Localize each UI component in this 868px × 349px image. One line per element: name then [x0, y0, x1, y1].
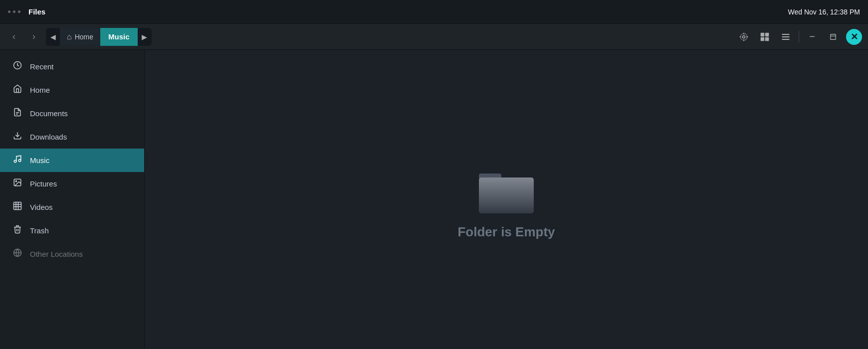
- recent-icon: [12, 61, 23, 72]
- titlebar-menu-dots[interactable]: [8, 10, 20, 13]
- svg-rect-6: [761, 32, 765, 36]
- breadcrumb-home-label: Home: [75, 33, 93, 41]
- sidebar: Recent Home Documents: [0, 50, 145, 349]
- breadcrumb-forward-button[interactable]: ▶: [138, 28, 152, 46]
- home-sidebar-icon: [12, 84, 23, 96]
- sidebar-label-documents: Documents: [30, 109, 68, 118]
- sidebar-label-trash: Trash: [30, 226, 49, 235]
- sidebar-item-videos[interactable]: Videos: [0, 195, 144, 219]
- breadcrumb: ◀ ⌂ Home Music ▶: [46, 28, 152, 46]
- close-button[interactable]: ✕: [846, 29, 862, 45]
- sidebar-label-downloads: Downloads: [30, 133, 67, 141]
- empty-folder-icon: [474, 160, 539, 214]
- grid-view-button[interactable]: [757, 29, 773, 45]
- list-icon: [781, 32, 791, 42]
- main-area: Recent Home Documents: [0, 50, 868, 349]
- sidebar-item-downloads[interactable]: Downloads: [0, 125, 144, 149]
- sidebar-label-other-locations: Other Locations: [30, 250, 83, 258]
- svg-rect-9: [765, 37, 769, 41]
- locate-button[interactable]: [736, 29, 752, 45]
- breadcrumb-active-label: Music: [108, 32, 130, 41]
- sidebar-label-pictures: Pictures: [30, 179, 57, 188]
- svg-rect-13: [831, 34, 836, 39]
- svg-point-0: [743, 35, 745, 38]
- sidebar-label-videos: Videos: [30, 203, 53, 211]
- sidebar-item-pictures[interactable]: Pictures: [0, 172, 144, 195]
- svg-point-19: [14, 160, 16, 163]
- content-area: Folder is Empty: [145, 50, 868, 349]
- home-icon: ⌂: [67, 32, 72, 41]
- sidebar-label-music: Music: [30, 156, 49, 165]
- breadcrumb-active-item[interactable]: Music: [100, 28, 138, 46]
- svg-point-22: [15, 180, 16, 181]
- titlebar-left: Files: [8, 7, 45, 16]
- breadcrumb-home[interactable]: ⌂ Home: [60, 28, 100, 46]
- svg-rect-7: [765, 32, 769, 36]
- pictures-icon: [12, 178, 23, 189]
- back-button[interactable]: ‹: [6, 29, 22, 45]
- svg-point-1: [740, 33, 747, 40]
- sidebar-label-recent: Recent: [30, 62, 54, 71]
- locate-icon: [739, 32, 749, 42]
- sidebar-item-music[interactable]: Music: [0, 149, 144, 172]
- sidebar-item-other-locations[interactable]: Other Locations: [0, 242, 144, 266]
- downloads-icon: [12, 131, 23, 143]
- svg-rect-33: [479, 177, 534, 213]
- documents-icon: [12, 108, 23, 119]
- clock: Wed Nov 16, 12:38 PM: [788, 8, 860, 16]
- svg-point-20: [18, 160, 21, 162]
- maximize-icon: [830, 33, 837, 40]
- music-icon: [12, 155, 23, 166]
- other-locations-icon: [12, 248, 23, 260]
- sidebar-item-recent[interactable]: Recent: [0, 55, 144, 78]
- videos-icon: [12, 201, 23, 213]
- svg-rect-8: [761, 37, 765, 41]
- sidebar-item-documents[interactable]: Documents: [0, 102, 144, 125]
- app-title: Files: [28, 7, 45, 16]
- breadcrumb-back-button[interactable]: ◀: [46, 28, 60, 46]
- maximize-button[interactable]: [825, 29, 841, 45]
- trash-icon: [12, 225, 23, 236]
- sidebar-label-home: Home: [30, 86, 50, 94]
- grid-icon: [760, 32, 770, 42]
- list-view-button[interactable]: [778, 29, 794, 45]
- sidebar-item-home[interactable]: Home: [0, 78, 144, 102]
- titlebar: Files Wed Nov 16, 12:38 PM: [0, 0, 868, 24]
- svg-rect-28: [16, 226, 19, 227]
- toolbar: ‹ › ◀ ⌂ Home Music ▶: [0, 24, 868, 50]
- minimize-button[interactable]: −: [804, 29, 820, 45]
- forward-button[interactable]: ›: [26, 29, 42, 45]
- sidebar-item-trash[interactable]: Trash: [0, 219, 144, 242]
- svg-rect-23: [14, 202, 21, 210]
- empty-folder-text: Folder is Empty: [457, 224, 555, 240]
- toolbar-right: − ✕: [736, 29, 862, 45]
- toolbar-separator: [799, 31, 799, 43]
